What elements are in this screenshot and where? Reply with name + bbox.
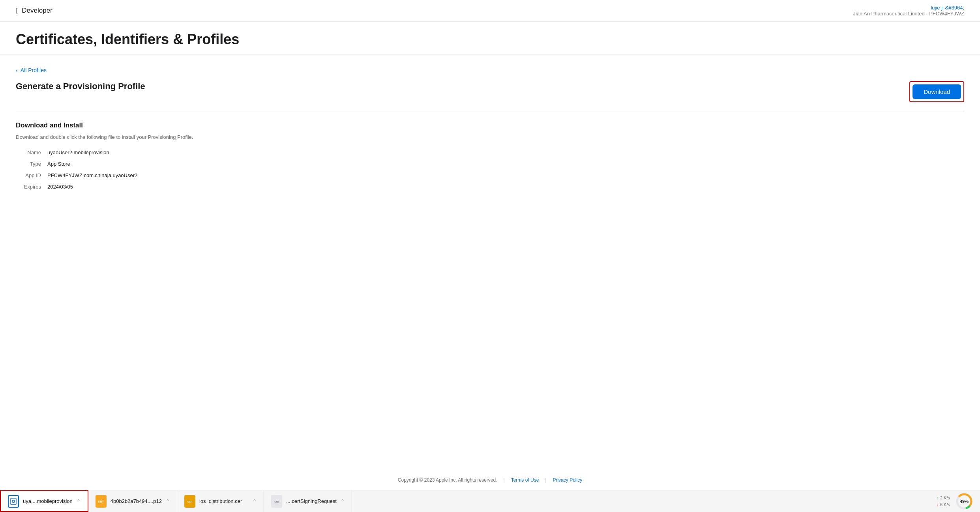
donut-chart: 49% <box>955 492 974 511</box>
p12-icon: KEY <box>96 495 107 508</box>
profile-details: Name uyaoUser2.mobileprovision Type App … <box>16 149 964 190</box>
footer: Copyright © 2023 Apple Inc. All rights r… <box>0 470 980 490</box>
breadcrumb: ‹ All Profiles <box>16 67 964 73</box>
download-button-wrapper: Download <box>909 81 964 102</box>
detail-appid-row: App ID PFCW4FYJWZ.com.chinaja.uyaoUser2 <box>16 172 964 178</box>
down-speed: 6 <box>940 502 943 507</box>
detail-type-row: Type App Store <box>16 161 964 167</box>
svg-point-1 <box>12 500 15 503</box>
apple-logo-icon:  <box>16 6 19 15</box>
p12-chevron-icon: ⌃ <box>166 499 170 504</box>
type-value: App Store <box>47 161 70 167</box>
network-stats: ↑ 2 K/s ↓ 6 K/s <box>937 495 950 508</box>
expires-label: Expires <box>16 184 47 190</box>
download-item-name-p12: 4b0b2b2a7b494....p12 <box>111 498 162 504</box>
download-button[interactable]: Download <box>913 84 961 99</box>
privacy-policy-link[interactable]: Privacy Policy <box>553 477 582 483</box>
detail-name-row: Name uyaoUser2.mobileprovision <box>16 149 964 155</box>
mobileprovision-chevron-icon: ⌃ <box>77 499 81 504</box>
cer-chevron-icon: ⌃ <box>253 499 257 504</box>
detail-expires-row: Expires 2024/03/05 <box>16 184 964 190</box>
copyright-text: Copyright © 2023 Apple Inc. All rights r… <box>398 477 497 483</box>
name-value: uyaoUser2.mobileprovision <box>47 149 109 155</box>
all-profiles-link[interactable]: ‹ All Profiles <box>16 67 47 73</box>
download-item-name-cer: ios_distribution.cer <box>199 498 249 504</box>
csr-icon: CSR <box>271 495 282 508</box>
install-description: Download and double click the following … <box>16 134 964 140</box>
profile-section-title: Generate a Provisioning Profile <box>16 81 145 92</box>
svg-text:CER: CER <box>187 501 193 503</box>
cer-icon: CER <box>184 495 195 508</box>
header:  Developer lujie ji &#8964; Jian An Pha… <box>0 0 980 22</box>
download-item-name-csr: ....certSigningRequest <box>286 498 337 504</box>
download-item-name-mobileprovision: uya....mobileprovision <box>23 498 73 504</box>
terms-of-use-link[interactable]: Terms of Use <box>511 477 539 483</box>
up-speed: 2 <box>940 495 943 500</box>
page-title: Certificates, Identifiers & Profiles <box>16 31 964 48</box>
profile-header: Generate a Provisioning Profile Download <box>16 81 964 112</box>
header-user-info: lujie ji &#8964; Jian An Pharmaceutical … <box>853 5 964 17</box>
expires-value: 2024/03/05 <box>47 184 73 190</box>
mobileprovision-icon <box>8 495 19 508</box>
net-up-icon: ↑ <box>937 495 939 500</box>
svg-rect-0 <box>11 498 16 505</box>
download-bar: uya....mobileprovision ⌃ KEY 4b0b2b2a7b4… <box>0 490 980 512</box>
footer-separator: | <box>504 477 505 483</box>
footer-separator-2: | <box>545 477 546 483</box>
breadcrumb-label: All Profiles <box>21 67 47 73</box>
download-install-section: Download and Install Download and double… <box>16 121 964 190</box>
page-title-section: Certificates, Identifiers & Profiles <box>0 22 980 54</box>
install-section-title: Download and Install <box>16 121 964 129</box>
download-item-p12[interactable]: KEY 4b0b2b2a7b494....p12 ⌃ <box>88 490 177 512</box>
appid-value: PFCW4FYJWZ.com.chinaja.uyaoUser2 <box>47 172 137 178</box>
net-down-icon: ↓ <box>937 502 939 507</box>
svg-text:KEY: KEY <box>98 500 104 503</box>
download-item-mobileprovision[interactable]: uya....mobileprovision ⌃ <box>0 490 88 512</box>
appid-label: App ID <box>16 172 47 178</box>
csr-chevron-icon: ⌃ <box>341 499 345 504</box>
download-item-cer[interactable]: CER ios_distribution.cer ⌃ <box>177 490 264 512</box>
name-label: Name <box>16 149 47 155</box>
donut-percentage: 49% <box>960 499 969 504</box>
svg-text:CSR: CSR <box>274 501 279 503</box>
type-label: Type <box>16 161 47 167</box>
app-name: Developer <box>22 7 52 15</box>
network-widget: ↑ 2 K/s ↓ 6 K/s 49% <box>930 492 980 511</box>
breadcrumb-chevron-icon: ‹ <box>16 67 18 73</box>
org-name: Jian An Pharmaceutical Limited - PFCW4FY… <box>853 11 964 17</box>
user-account-link[interactable]: lujie ji &#8964; <box>931 5 964 11</box>
download-item-csr[interactable]: CSR ....certSigningRequest ⌃ <box>264 490 352 512</box>
main-content: ‹ All Profiles Generate a Provisioning P… <box>0 54 980 470</box>
header-logo-area:  Developer <box>16 6 52 15</box>
